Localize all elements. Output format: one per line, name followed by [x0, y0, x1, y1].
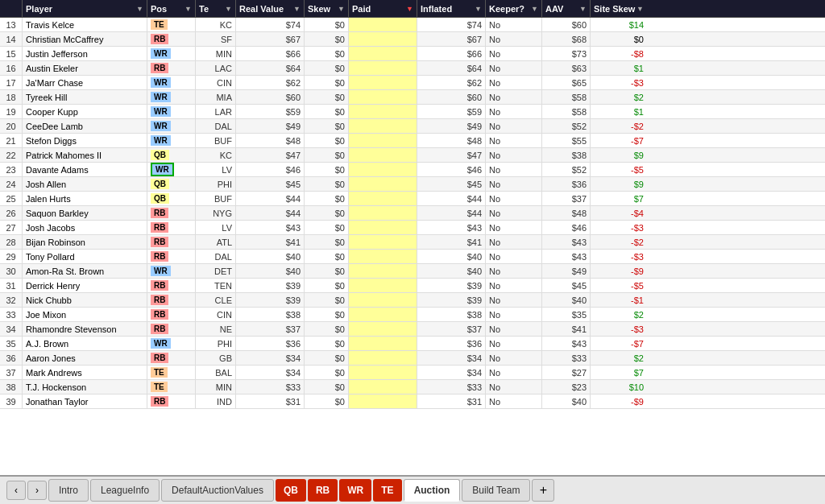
- cell-keeper: No: [486, 105, 542, 118]
- tab-wr[interactable]: WR: [339, 479, 371, 502]
- cell-team: LV: [196, 221, 236, 234]
- cell-pos: RB: [147, 395, 196, 408]
- cell-team: CLE: [196, 293, 236, 307]
- col-header-skew[interactable]: Skew ▼: [305, 0, 349, 17]
- paid-sort-icon[interactable]: ▼: [406, 5, 413, 13]
- cell-row-num: 24: [0, 177, 23, 191]
- cell-keeper: No: [486, 235, 542, 249]
- player-sort-icon[interactable]: ▼: [136, 5, 143, 13]
- tab-auction[interactable]: Auction: [404, 479, 461, 502]
- cell-player-name: Christian McCaffrey: [23, 32, 147, 46]
- cell-skew: $0: [305, 366, 349, 379]
- pos-badge: WR: [151, 266, 171, 276]
- cell-realval: $43: [236, 221, 305, 234]
- cell-row-num: 36: [0, 351, 23, 365]
- col-header-pos[interactable]: Pos ▼: [147, 0, 196, 17]
- col-header-team[interactable]: Te ▼: [196, 0, 236, 17]
- aav-sort-icon[interactable]: ▼: [579, 5, 587, 13]
- keeper-sort-icon[interactable]: ▼: [531, 5, 538, 13]
- cell-pos: TE: [147, 18, 196, 31]
- pos-sort-icon[interactable]: ▼: [184, 5, 192, 13]
- cell-row-num: 13: [0, 18, 23, 31]
- realval-sort-icon[interactable]: ▼: [293, 5, 301, 13]
- skew-sort-icon[interactable]: ▼: [338, 5, 345, 13]
- cell-pos: TE: [147, 366, 196, 379]
- cell-pos: WR: [147, 163, 196, 176]
- cell-row-num: 15: [0, 47, 23, 60]
- cell-keeper: No: [486, 264, 542, 278]
- cell-skew: $0: [305, 250, 349, 263]
- siteskew-sort-icon[interactable]: ▼: [636, 5, 644, 13]
- tab-buildteam[interactable]: Build Team: [462, 479, 530, 502]
- tab-intro[interactable]: Intro: [48, 479, 89, 502]
- cell-paid: [349, 366, 417, 379]
- cell-skew: $0: [305, 163, 349, 176]
- cell-siteskew: -$4: [591, 206, 647, 220]
- cell-aav: $23: [542, 380, 591, 394]
- cell-row-num: 21: [0, 134, 23, 147]
- cell-aav: $55: [542, 134, 591, 147]
- cell-paid: [349, 279, 417, 292]
- cell-keeper: No: [486, 337, 542, 350]
- col-header-keeper[interactable]: Keeper? ▼: [486, 0, 542, 17]
- cell-realval: $38: [236, 308, 305, 321]
- tab-leagueinfo[interactable]: LeagueInfo: [90, 479, 160, 502]
- cell-keeper: No: [486, 366, 542, 379]
- table-row: 23 Davante Adams WR LV $46 $0 $46 No $52…: [0, 163, 825, 177]
- pos-badge: WR: [151, 77, 171, 88]
- cell-team: CIN: [196, 308, 236, 321]
- table-row: 32 Nick Chubb RB CLE $39 $0 $39 No $40 -…: [0, 293, 825, 308]
- cell-team: MIA: [196, 90, 236, 104]
- pos-badge: RB: [151, 251, 168, 262]
- cell-pos: RB: [147, 206, 196, 220]
- cell-skew: $0: [305, 322, 349, 336]
- cell-realval: $36: [236, 337, 305, 350]
- nav-next[interactable]: ›: [27, 481, 47, 500]
- nav-plus[interactable]: +: [532, 479, 554, 502]
- cell-inflated: $48: [417, 134, 486, 147]
- cell-paid: [349, 264, 417, 278]
- cell-inflated: $40: [417, 264, 486, 278]
- cell-keeper: No: [486, 119, 542, 133]
- col-header-paid[interactable]: Paid ▼: [349, 0, 417, 17]
- cell-siteskew: -$5: [591, 163, 647, 176]
- cell-team: IND: [196, 395, 236, 408]
- cell-paid: [349, 192, 417, 205]
- cell-pos: QB: [147, 177, 196, 191]
- col-header-aav[interactable]: AAV ▼: [542, 0, 591, 17]
- cell-inflated: $47: [417, 148, 486, 162]
- table-row: 13 Travis Kelce TE KC $74 $0 $74 No $60 …: [0, 18, 825, 32]
- tab-qb[interactable]: QB: [276, 479, 306, 502]
- cell-aav: $48: [542, 206, 591, 220]
- bottom-nav: ‹ › Intro LeagueInfo DefaultAuctionValue…: [0, 475, 825, 504]
- cell-siteskew: -$9: [591, 395, 647, 408]
- cell-inflated: $39: [417, 279, 486, 292]
- col-header-siteskew[interactable]: Site Skew ▼: [591, 0, 647, 17]
- tab-te[interactable]: TE: [373, 479, 401, 502]
- tab-rb[interactable]: RB: [308, 479, 338, 502]
- cell-siteskew: -$2: [591, 119, 647, 133]
- col-header-player[interactable]: Player ▼: [23, 0, 147, 17]
- cell-paid: [349, 337, 417, 350]
- cell-player-name: T.J. Hockenson: [23, 380, 147, 394]
- nav-prev[interactable]: ‹: [6, 481, 26, 500]
- cell-siteskew: -$3: [591, 76, 647, 89]
- table-row: 24 Josh Allen QB PHI $45 $0 $45 No $36 $…: [0, 177, 825, 192]
- pos-badge: WR: [151, 121, 171, 131]
- cell-skew: $0: [305, 18, 349, 31]
- cell-aav: $40: [542, 395, 591, 408]
- cell-skew: $0: [305, 293, 349, 307]
- tab-defaultauctionvalues[interactable]: DefaultAuctionValues: [161, 479, 274, 502]
- table-row: 18 Tyreek Hill WR MIA $60 $0 $60 No $58 …: [0, 90, 825, 105]
- table-row: 28 Bijan Robinson RB ATL $41 $0 $41 No $…: [0, 235, 825, 250]
- col-header-realval[interactable]: Real Value ▼: [236, 0, 305, 17]
- pos-badge: RB: [151, 34, 168, 44]
- inflated-sort-icon[interactable]: ▼: [475, 5, 482, 13]
- cell-realval: $34: [236, 366, 305, 379]
- cell-aav: $46: [542, 221, 591, 234]
- cell-paid: [349, 148, 417, 162]
- col-header-inflated[interactable]: Inflated ▼: [417, 0, 486, 17]
- team-sort-icon[interactable]: ▼: [225, 5, 232, 13]
- cell-siteskew: $10: [591, 380, 647, 394]
- cell-row-num: 34: [0, 322, 23, 336]
